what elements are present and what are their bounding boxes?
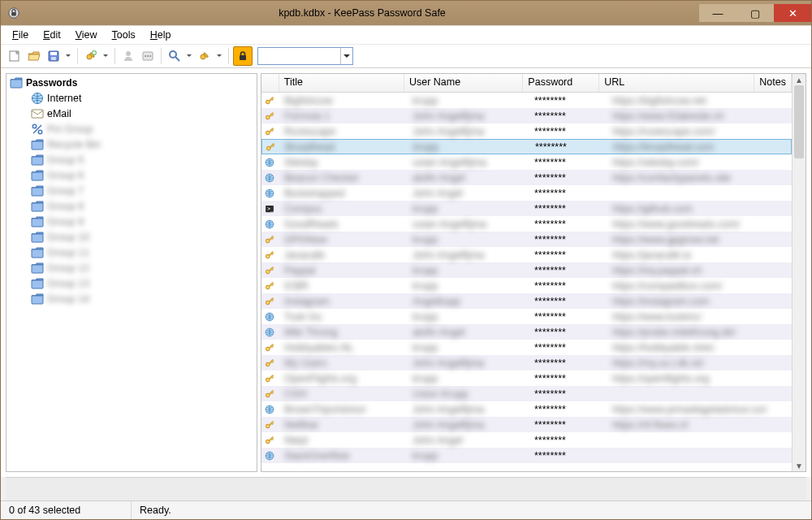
minimize-button[interactable]: —	[699, 4, 736, 22]
column-notes[interactable]: Notes	[754, 74, 792, 92]
entry-row[interactable]: Mile Throngalofin Angel********https://p…	[261, 324, 792, 340]
open-db-button[interactable]	[25, 47, 43, 65]
maximize-button[interactable]: ▢	[736, 4, 774, 22]
find-button[interactable]	[166, 47, 194, 65]
entry-row[interactable]: NieptJohn Angel********	[261, 432, 792, 448]
scroll-down-icon[interactable]: ▼	[793, 460, 806, 471]
entry-list-body[interactable]: Bigfishcowkrupp********https://bigfishco…	[261, 93, 792, 471]
entry-username: Usion Krupp	[408, 388, 529, 400]
tree-group[interactable]: Group 14	[10, 291, 255, 306]
entry-list-header[interactable]: Title User Name Password URL Notes	[261, 74, 792, 93]
tree-group[interactable]: Group 5	[10, 152, 255, 167]
column-password[interactable]: Password	[523, 74, 599, 92]
column-title[interactable]: Title	[279, 74, 404, 92]
entry-row[interactable]: >_Compuskrupp********https://github.com	[261, 201, 792, 216]
group-tree[interactable]: Passwords InterneteMailPct GroupRecycle …	[6, 73, 257, 472]
quick-search-input[interactable]	[258, 48, 340, 64]
svg-point-51	[267, 348, 269, 349]
entry-password: ********	[529, 203, 607, 214]
quick-search[interactable]	[257, 47, 353, 65]
tree-root[interactable]: Passwords	[10, 76, 255, 90]
menu-help[interactable]: Help	[144, 28, 178, 42]
column-url[interactable]: URL	[599, 74, 754, 92]
window-controls: — ▢ ✕	[699, 4, 811, 22]
svg-point-60	[267, 425, 269, 427]
entry-row[interactable]: Beacon Checkeralofin Angel********https:…	[261, 170, 792, 185]
entry-password: ********	[529, 188, 607, 199]
tree-root-label: Passwords	[26, 77, 77, 89]
menu-file[interactable]: File	[6, 28, 35, 42]
entry-row[interactable]: CGHUsion Krupp********	[261, 386, 792, 401]
svg-point-11	[145, 55, 146, 57]
tree-group[interactable]: eMail	[10, 106, 255, 121]
scroll-up-icon[interactable]: ▲	[793, 74, 806, 85]
entry-username: Angelkopp	[408, 296, 529, 307]
show-entries-button[interactable]	[196, 47, 224, 65]
entry-row[interactable]: JavacafeJohn Angelfijma********https://j…	[261, 247, 792, 262]
vertical-scrollbar[interactable]: ▲ ▼	[792, 74, 806, 471]
entry-password: ********	[529, 327, 607, 338]
entry-title: Broadhead	[280, 141, 408, 153]
quick-search-dropdown[interactable]	[340, 48, 352, 64]
entry-url: https://www.gpgnow.net	[607, 234, 767, 245]
entry-url: https://instagram.com	[607, 296, 767, 307]
scroll-thumb[interactable]	[794, 85, 804, 158]
entry-row[interactable]: Sitedayusian Angelfijma********https://s…	[261, 154, 792, 170]
entry-row[interactable]: ICBRkrupp********https://compaidbox.com/	[261, 278, 792, 293]
tree-group[interactable]: Group 6	[10, 167, 255, 183]
menu-edit[interactable]: Edit	[37, 28, 67, 42]
tree-group[interactable]: Group 11	[10, 245, 255, 260]
menu-tools[interactable]: Tools	[106, 28, 142, 42]
entry-password: ********	[529, 126, 607, 137]
svg-point-14	[170, 51, 176, 58]
tree-group[interactable]: Group 8	[10, 198, 255, 214]
toolbar-separator	[161, 48, 162, 64]
entry-row[interactable]: GoodReadsusian Angelfijma********https:/…	[261, 216, 792, 232]
copy-user-button[interactable]	[119, 47, 137, 65]
entry-row[interactable]: NetflowJohn Angelfijma********https://nf…	[261, 417, 792, 432]
term-icon: >_	[261, 202, 279, 215]
entry-row[interactable]: Paypalkrupp********https://my.paypal.ch	[261, 262, 792, 278]
entry-row[interactable]: RunescapeJohn Angelfijma********https://…	[261, 124, 792, 139]
add-entry-button[interactable]	[82, 47, 110, 65]
entry-password: ********	[529, 435, 607, 446]
entry-row[interactable]: Bigfishcowkrupp********https://bigfishco…	[261, 93, 792, 108]
entry-title: Bootstrapped	[279, 188, 408, 199]
entry-row[interactable]: Broadheadkrupp********https://broadhead.…	[261, 139, 792, 154]
entry-row[interactable]: BootstrappedJohn Angel********	[261, 185, 792, 201]
entry-row[interactable]: Hobbyables.NLkrupp********https://hobbya…	[261, 340, 792, 355]
svg-point-21	[32, 124, 36, 128]
tree-group[interactable]: Recycle Bin	[10, 136, 255, 152]
entry-title: My Users	[279, 358, 408, 369]
tree-group[interactable]: Group 13	[10, 275, 255, 291]
titlebar[interactable]: kpdb.kdbx - KeePass Password Safe — ▢ ✕	[1, 1, 811, 25]
copy-password-button[interactable]	[139, 47, 157, 65]
tree-group[interactable]: Pct Group	[10, 121, 255, 136]
lock-workspace-button[interactable]	[233, 46, 253, 66]
entry-password: ********	[529, 110, 607, 122]
entry-url: https://runescape.com/	[607, 126, 767, 137]
globe-icon	[261, 403, 279, 416]
entry-password: ********	[529, 296, 607, 307]
new-db-button[interactable]	[6, 47, 24, 65]
entry-row[interactable]: Formula 1John Angelfijma********https://…	[261, 108, 792, 124]
entry-username: alofin Angel	[408, 327, 529, 338]
tree-group[interactable]: Group 9	[10, 214, 255, 229]
tree-group[interactable]: Group 7	[10, 183, 255, 198]
entry-row[interactable]: Tusk Inckrupp********https://www.tuskinc…	[261, 309, 792, 324]
menu-view[interactable]: View	[69, 28, 104, 42]
tree-group[interactable]: Group 10	[10, 229, 255, 245]
save-db-button[interactable]	[45, 47, 73, 65]
tree-group[interactable]: Internet	[10, 90, 255, 106]
entry-row[interactable]: StackOverflowkrupp********	[261, 448, 792, 463]
entry-row[interactable]: OpenFlights.orgkrupp********https://open…	[261, 370, 792, 386]
entry-url: https://hobbyable.nl/en	[607, 342, 767, 353]
entry-row[interactable]: My UsersJohn Angelfijma********https://m…	[261, 355, 792, 370]
tree-group[interactable]: Group 12	[10, 260, 255, 275]
entry-row[interactable]: BrownTripsAdviceJohn Angelfijma********h…	[261, 401, 792, 417]
entry-row[interactable]: InstagramAngelkopp********https://instag…	[261, 293, 792, 309]
close-button[interactable]: ✕	[774, 4, 811, 22]
column-username[interactable]: User Name	[404, 74, 523, 92]
entry-password: ********	[529, 311, 607, 323]
entry-row[interactable]: GPGNowkrupp********https://www.gpgnow.ne…	[261, 232, 792, 247]
